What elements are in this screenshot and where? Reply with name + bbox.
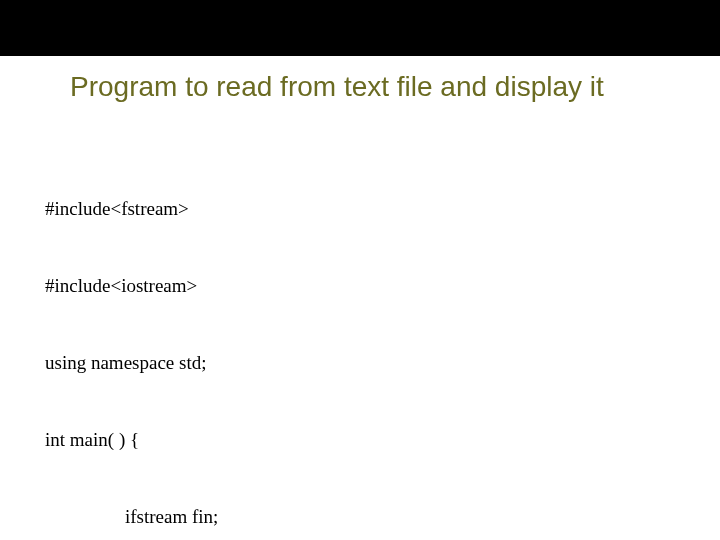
code-line: int main( ) { xyxy=(45,427,295,453)
top-black-bar xyxy=(0,0,720,56)
code-line: #include<fstream> xyxy=(45,196,295,222)
slide: Program to read from text file and displ… xyxy=(0,0,720,540)
code-line: ifstream fin; xyxy=(45,504,295,530)
code-line: using namespace std; xyxy=(45,350,295,376)
slide-title: Program to read from text file and displ… xyxy=(70,70,680,104)
code-block: #include<fstream> #include<iostream> usi… xyxy=(45,145,295,540)
code-line: #include<iostream> xyxy=(45,273,295,299)
